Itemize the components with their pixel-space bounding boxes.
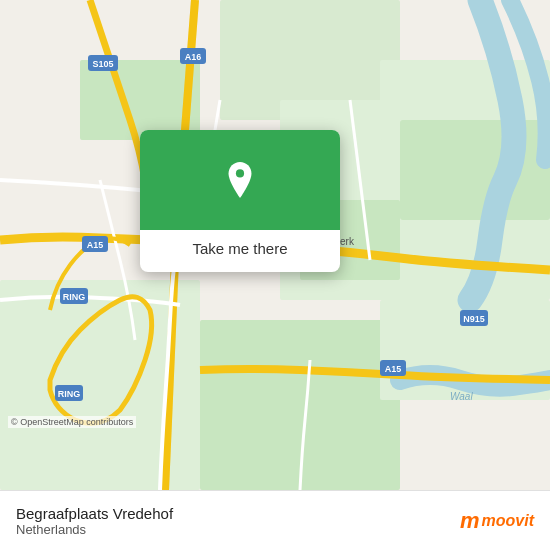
svg-text:RING: RING (58, 389, 81, 399)
svg-point-30 (236, 169, 244, 177)
osm-credit: © OpenStreetMap contributors (8, 416, 136, 428)
location-country: Netherlands (16, 522, 173, 537)
svg-rect-9 (400, 120, 550, 220)
location-name: Begraafplaats Vredehof (16, 505, 173, 522)
svg-text:S105: S105 (92, 59, 113, 69)
popup-card: Take me there (140, 130, 340, 272)
svg-text:A15: A15 (87, 240, 104, 250)
popup-button-area: Take me there (140, 230, 340, 272)
moovit-text: moovit (482, 512, 534, 530)
svg-text:Waal: Waal (450, 391, 473, 402)
bottom-bar: Begraafplaats Vredehof Netherlands m moo… (0, 490, 550, 550)
map-container: Waal A16 A16 A15 A15 A15 (0, 0, 550, 490)
svg-text:N915: N915 (463, 314, 485, 324)
svg-text:RING: RING (63, 292, 86, 302)
take-me-there-button[interactable]: Take me there (192, 240, 287, 257)
location-pin-icon (222, 162, 258, 198)
popup-green-area (140, 130, 340, 230)
moovit-m-icon: m (460, 508, 480, 534)
svg-text:A15: A15 (385, 364, 402, 374)
svg-text:A16: A16 (185, 52, 202, 62)
location-info: Begraafplaats Vredehof Netherlands (16, 505, 173, 537)
moovit-logo: m moovit (460, 508, 534, 534)
svg-text:erk: erk (340, 236, 355, 247)
